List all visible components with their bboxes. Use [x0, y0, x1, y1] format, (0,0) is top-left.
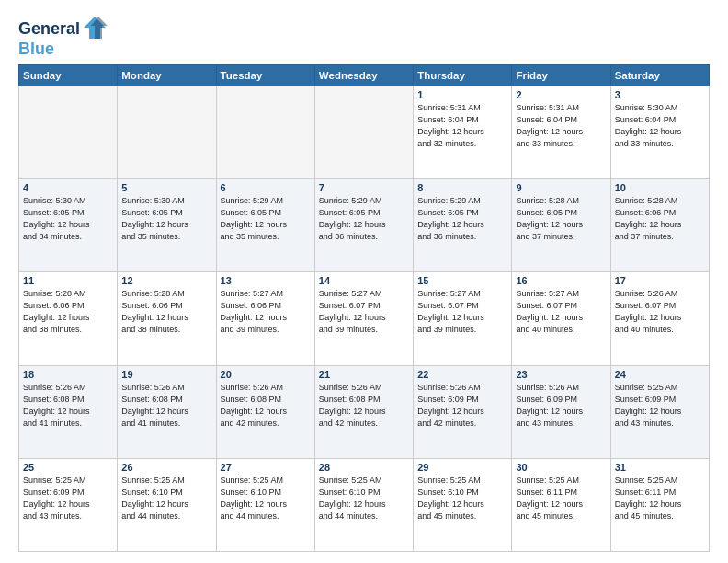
day-info: Sunrise: 5:27 AM Sunset: 6:07 PM Dayligh… [516, 288, 606, 336]
day-number: 17 [615, 275, 705, 286]
day-number: 26 [121, 462, 211, 473]
calendar-cell: 22Sunrise: 5:26 AM Sunset: 6:09 PM Dayli… [414, 365, 512, 458]
calendar-cell: 8Sunrise: 5:29 AM Sunset: 6:05 PM Daylig… [414, 179, 512, 272]
weekday-header-saturday: Saturday [610, 64, 709, 86]
day-info: Sunrise: 5:27 AM Sunset: 6:07 PM Dayligh… [319, 288, 409, 336]
calendar-table: SundayMondayTuesdayWednesdayThursdayFrid… [18, 64, 710, 552]
calendar-cell: 3Sunrise: 5:30 AM Sunset: 6:04 PM Daylig… [610, 86, 709, 178]
calendar-cell: 26Sunrise: 5:25 AM Sunset: 6:10 PM Dayli… [118, 458, 216, 551]
logo: General Blue [18, 18, 108, 59]
day-number: 18 [23, 369, 113, 380]
day-info: Sunrise: 5:27 AM Sunset: 6:06 PM Dayligh… [221, 288, 311, 336]
weekday-header-thursday: Thursday [414, 64, 512, 86]
day-number: 29 [417, 462, 507, 473]
calendar-cell: 4Sunrise: 5:30 AM Sunset: 6:05 PM Daylig… [19, 179, 118, 272]
weekday-header-wednesday: Wednesday [314, 64, 413, 86]
day-info: Sunrise: 5:25 AM Sunset: 6:10 PM Dayligh… [319, 475, 409, 523]
day-info: Sunrise: 5:31 AM Sunset: 6:04 PM Dayligh… [417, 102, 507, 150]
calendar-cell: 15Sunrise: 5:27 AM Sunset: 6:07 PM Dayli… [414, 272, 512, 365]
day-number: 11 [23, 275, 113, 286]
day-number: 9 [516, 182, 606, 193]
day-number: 19 [121, 369, 211, 380]
day-info: Sunrise: 5:29 AM Sunset: 6:05 PM Dayligh… [221, 195, 311, 243]
day-number: 14 [319, 275, 409, 286]
week-row-2: 4Sunrise: 5:30 AM Sunset: 6:05 PM Daylig… [19, 179, 710, 272]
day-info: Sunrise: 5:25 AM Sunset: 6:10 PM Dayligh… [417, 475, 507, 523]
day-number: 25 [23, 462, 113, 473]
calendar-cell: 24Sunrise: 5:25 AM Sunset: 6:09 PM Dayli… [610, 365, 709, 458]
day-number: 1 [417, 89, 507, 100]
day-info: Sunrise: 5:30 AM Sunset: 6:05 PM Dayligh… [121, 195, 211, 243]
page: General Blue SundayMondayTuesdayWednesda… [0, 0, 728, 563]
day-info: Sunrise: 5:26 AM Sunset: 6:07 PM Dayligh… [615, 288, 705, 336]
header: General Blue [18, 15, 710, 59]
day-number: 20 [221, 369, 311, 380]
weekday-header-friday: Friday [512, 64, 610, 86]
calendar-cell: 17Sunrise: 5:26 AM Sunset: 6:07 PM Dayli… [610, 272, 709, 365]
day-info: Sunrise: 5:26 AM Sunset: 6:09 PM Dayligh… [516, 382, 606, 430]
calendar-cell: 14Sunrise: 5:27 AM Sunset: 6:07 PM Dayli… [314, 272, 413, 365]
day-number: 31 [615, 462, 705, 473]
calendar-cell [19, 86, 118, 178]
day-info: Sunrise: 5:26 AM Sunset: 6:08 PM Dayligh… [319, 382, 409, 430]
day-info: Sunrise: 5:30 AM Sunset: 6:04 PM Dayligh… [615, 102, 705, 150]
week-row-4: 18Sunrise: 5:26 AM Sunset: 6:08 PM Dayli… [19, 365, 710, 458]
day-info: Sunrise: 5:29 AM Sunset: 6:05 PM Dayligh… [417, 195, 507, 243]
day-number: 13 [221, 275, 311, 286]
calendar-cell: 10Sunrise: 5:28 AM Sunset: 6:06 PM Dayli… [610, 179, 709, 272]
day-number: 2 [516, 89, 606, 100]
calendar-cell: 1Sunrise: 5:31 AM Sunset: 6:04 PM Daylig… [414, 86, 512, 178]
day-info: Sunrise: 5:25 AM Sunset: 6:10 PM Dayligh… [121, 475, 211, 523]
calendar-cell: 28Sunrise: 5:25 AM Sunset: 6:10 PM Dayli… [314, 458, 413, 551]
calendar-cell: 27Sunrise: 5:25 AM Sunset: 6:10 PM Dayli… [216, 458, 314, 551]
calendar-cell: 2Sunrise: 5:31 AM Sunset: 6:04 PM Daylig… [512, 86, 610, 178]
week-row-1: 1Sunrise: 5:31 AM Sunset: 6:04 PM Daylig… [19, 86, 710, 178]
calendar-cell: 16Sunrise: 5:27 AM Sunset: 6:07 PM Dayli… [512, 272, 610, 365]
calendar-cell: 25Sunrise: 5:25 AM Sunset: 6:09 PM Dayli… [19, 458, 118, 551]
day-info: Sunrise: 5:28 AM Sunset: 6:06 PM Dayligh… [121, 288, 211, 336]
day-number: 15 [417, 275, 507, 286]
day-number: 23 [516, 369, 606, 380]
day-number: 4 [23, 182, 113, 193]
weekday-header-tuesday: Tuesday [216, 64, 314, 86]
calendar-cell: 11Sunrise: 5:28 AM Sunset: 6:06 PM Dayli… [19, 272, 118, 365]
day-info: Sunrise: 5:26 AM Sunset: 6:08 PM Dayligh… [121, 382, 211, 430]
day-info: Sunrise: 5:25 AM Sunset: 6:09 PM Dayligh… [615, 382, 705, 430]
day-info: Sunrise: 5:30 AM Sunset: 6:05 PM Dayligh… [23, 195, 113, 243]
calendar-cell: 18Sunrise: 5:26 AM Sunset: 6:08 PM Dayli… [19, 365, 118, 458]
calendar-cell: 19Sunrise: 5:26 AM Sunset: 6:08 PM Dayli… [118, 365, 216, 458]
day-info: Sunrise: 5:26 AM Sunset: 6:08 PM Dayligh… [221, 382, 311, 430]
weekday-header-row: SundayMondayTuesdayWednesdayThursdayFrid… [19, 64, 710, 86]
day-info: Sunrise: 5:25 AM Sunset: 6:11 PM Dayligh… [615, 475, 705, 523]
day-number: 27 [221, 462, 311, 473]
calendar-cell: 9Sunrise: 5:28 AM Sunset: 6:05 PM Daylig… [512, 179, 610, 272]
calendar-cell: 29Sunrise: 5:25 AM Sunset: 6:10 PM Dayli… [414, 458, 512, 551]
calendar-cell: 5Sunrise: 5:30 AM Sunset: 6:05 PM Daylig… [118, 179, 216, 272]
day-info: Sunrise: 5:31 AM Sunset: 6:04 PM Dayligh… [516, 102, 606, 150]
day-number: 10 [615, 182, 705, 193]
day-info: Sunrise: 5:25 AM Sunset: 6:09 PM Dayligh… [23, 475, 113, 523]
day-number: 6 [221, 182, 311, 193]
week-row-3: 11Sunrise: 5:28 AM Sunset: 6:06 PM Dayli… [19, 272, 710, 365]
logo-text: General [18, 20, 80, 39]
day-number: 7 [319, 182, 409, 193]
calendar-cell: 12Sunrise: 5:28 AM Sunset: 6:06 PM Dayli… [118, 272, 216, 365]
day-info: Sunrise: 5:26 AM Sunset: 6:09 PM Dayligh… [417, 382, 507, 430]
calendar-cell [314, 86, 413, 178]
day-number: 5 [121, 182, 211, 193]
logo-text2: Blue [18, 40, 54, 58]
day-number: 12 [121, 275, 211, 286]
calendar-cell [118, 86, 216, 178]
day-number: 22 [417, 369, 507, 380]
calendar-cell [216, 86, 314, 178]
day-info: Sunrise: 5:28 AM Sunset: 6:05 PM Dayligh… [516, 195, 606, 243]
weekday-header-sunday: Sunday [19, 64, 118, 86]
day-info: Sunrise: 5:28 AM Sunset: 6:06 PM Dayligh… [23, 288, 113, 336]
day-number: 8 [417, 182, 507, 193]
day-info: Sunrise: 5:27 AM Sunset: 6:07 PM Dayligh… [417, 288, 507, 336]
calendar-cell: 30Sunrise: 5:25 AM Sunset: 6:11 PM Dayli… [512, 458, 610, 551]
weekday-header-monday: Monday [118, 64, 216, 86]
day-number: 3 [615, 89, 705, 100]
day-number: 28 [319, 462, 409, 473]
day-info: Sunrise: 5:26 AM Sunset: 6:08 PM Dayligh… [23, 382, 113, 430]
